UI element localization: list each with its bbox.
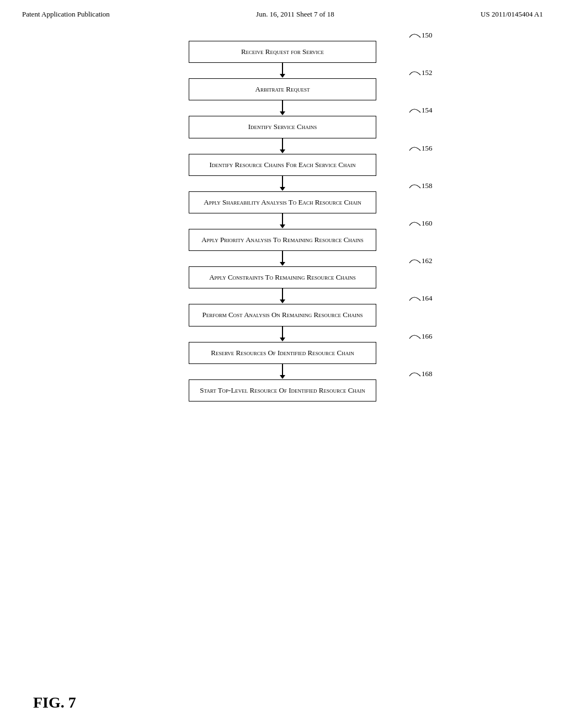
arrow-0 <box>280 63 285 78</box>
box-168: Start Top-Level Resource Of Identified R… <box>189 379 376 402</box>
box-156: Identify Resource Chains For Each Servic… <box>189 154 376 176</box>
box-152-wrapper: 152Arbitrate Request <box>189 78 376 100</box>
arrow-5 <box>280 251 285 266</box>
box-150: Receive Request for Service <box>189 41 376 63</box>
box-154: Identify Service Chains <box>189 116 376 138</box>
box-158: Apply Shareability Analysis To Each Reso… <box>189 191 376 213</box>
arrow-3 <box>280 176 285 191</box>
svg-text:168: 168 <box>422 370 433 378</box>
header-right: US 2011/0145404 A1 <box>481 10 543 19</box>
box-156-wrapper: 156Identify Resource Chains For Each Ser… <box>189 154 376 176</box>
svg-text:164: 164 <box>422 294 433 302</box>
svg-text:154: 154 <box>422 106 433 114</box>
svg-text:158: 158 <box>422 181 433 190</box>
diagram-area: 150Receive Request for Service152Arbitra… <box>0 24 565 402</box>
box-168-wrapper: 168Start Top-Level Resource Of Identifie… <box>189 379 376 402</box>
svg-text:150: 150 <box>422 31 433 39</box>
page-header: Patent Application Publication Jun. 16, … <box>0 0 565 24</box>
box-162-wrapper: 162Apply Constraints To Remaining Resour… <box>189 266 376 288</box>
box-154-wrapper: 154Identify Service Chains <box>189 116 376 138</box>
box-160: Apply Priority Analysis To Remaining Res… <box>189 229 376 251</box>
arrow-1 <box>280 100 285 116</box>
box-152: Arbitrate Request <box>189 78 376 100</box>
svg-text:152: 152 <box>422 68 433 77</box>
svg-text:160: 160 <box>422 219 433 227</box>
box-166-wrapper: 166Reserve Resources Of Identified Resou… <box>189 342 376 364</box>
box-162: Apply Constraints To Remaining Resource … <box>189 266 376 288</box>
flow-chart: 150Receive Request for Service152Arbitra… <box>189 41 376 402</box>
box-160-wrapper: 160Apply Priority Analysis To Remaining … <box>189 229 376 251</box>
arrow-4 <box>280 213 285 229</box>
svg-text:166: 166 <box>422 332 433 340</box>
box-166: Reserve Resources Of Identified Resource… <box>189 342 376 364</box>
header-left: Patent Application Publication <box>22 10 110 19</box>
box-158-wrapper: 158Apply Shareability Analysis To Each R… <box>189 191 376 213</box>
arrow-8 <box>280 364 285 379</box>
box-164-wrapper: 164Perform Cost Analysis On Remaining Re… <box>189 304 376 326</box>
arrow-6 <box>280 288 285 304</box>
arrow-2 <box>280 138 285 154</box>
svg-text:162: 162 <box>422 256 433 265</box>
arrow-7 <box>280 326 285 342</box>
header-center: Jun. 16, 2011 Sheet 7 of 18 <box>256 10 334 19</box>
figure-label: FIG. 7 <box>33 694 76 711</box>
box-164: Perform Cost Analysis On Remaining Resou… <box>189 304 376 326</box>
box-150-wrapper: 150Receive Request for Service <box>189 41 376 63</box>
svg-text:156: 156 <box>422 144 433 152</box>
